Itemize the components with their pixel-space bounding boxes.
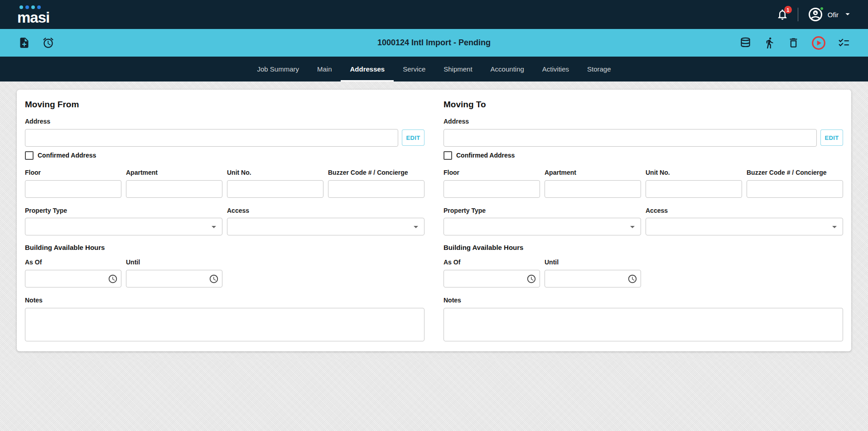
job-tabs: Job Summary Main Addresses Service Shipm… xyxy=(0,57,868,81)
moving-to-title: Moving To xyxy=(444,100,843,110)
property-type-label: Property Type xyxy=(444,207,641,215)
access-select-to[interactable] xyxy=(646,218,843,235)
avatar xyxy=(807,6,824,23)
confirmed-address-label: Confirmed Address xyxy=(456,152,515,159)
crew-walk-button[interactable] xyxy=(763,37,776,49)
tab-activities[interactable]: Activities xyxy=(533,57,578,81)
apartment-input-to[interactable] xyxy=(545,180,641,198)
buzzer-label: Buzzer Code # / Concierge xyxy=(328,169,424,177)
chevron-down-icon xyxy=(208,221,219,232)
as-of-label: As Of xyxy=(25,259,121,266)
moving-from-title: Moving From xyxy=(25,100,424,110)
address-input-from[interactable] xyxy=(25,129,398,147)
delete-job-button[interactable] xyxy=(787,37,800,49)
chevron-down-icon xyxy=(410,221,421,232)
chevron-down-icon xyxy=(829,221,840,232)
tab-accounting[interactable]: Accounting xyxy=(482,57,533,81)
user-name: Ofir xyxy=(828,11,839,19)
notification-badge: 1 xyxy=(784,6,792,14)
job-toolbar: 1000124 Intl Import - Pending xyxy=(0,29,868,57)
apartment-label: Apartment xyxy=(126,169,222,177)
add-note-button[interactable] xyxy=(18,37,30,49)
layers-stack-icon xyxy=(739,37,752,49)
trash-icon xyxy=(787,37,800,49)
tasks-button[interactable] xyxy=(838,37,850,49)
chevron-down-icon xyxy=(843,9,853,20)
property-type-label: Property Type xyxy=(25,207,222,215)
tab-addresses[interactable]: Addresses xyxy=(341,57,394,81)
until-label: Until xyxy=(126,259,222,266)
buzzer-label: Buzzer Code # / Concierge xyxy=(747,169,843,177)
notes-label: Notes xyxy=(444,297,843,304)
as-of-label: As Of xyxy=(444,259,540,266)
unit-no-label: Unit No. xyxy=(227,169,323,177)
edit-address-button-from[interactable]: EDIT xyxy=(402,129,424,146)
notes-input-to[interactable] xyxy=(444,308,843,341)
unit-no-input-to[interactable] xyxy=(646,180,742,198)
building-hours-label: Building Available Hours xyxy=(444,244,843,251)
tab-storage[interactable]: Storage xyxy=(578,57,620,81)
access-label: Access xyxy=(646,207,843,215)
confirmed-address-row-to[interactable]: Confirmed Address xyxy=(444,151,843,160)
access-select-from[interactable] xyxy=(227,218,424,235)
tab-service[interactable]: Service xyxy=(394,57,434,81)
notifications-button[interactable]: 1 xyxy=(776,8,789,21)
tab-job-summary[interactable]: Job Summary xyxy=(248,57,308,81)
masi-logo[interactable]: masi xyxy=(17,5,49,25)
apartment-label: Apartment xyxy=(545,169,641,177)
logo-text: masi xyxy=(17,9,49,26)
top-navigation-bar: masi 1 Ofir xyxy=(0,0,868,29)
user-menu[interactable]: Ofir xyxy=(807,6,853,23)
job-title: 1000124 Intl Import - Pending xyxy=(0,38,868,48)
floor-label: Floor xyxy=(25,169,121,177)
address-input-to[interactable] xyxy=(444,129,817,147)
start-job-button[interactable] xyxy=(811,36,826,50)
buzzer-input-to[interactable] xyxy=(747,180,843,198)
floor-input-to[interactable] xyxy=(444,180,540,198)
unit-no-label: Unit No. xyxy=(646,169,742,177)
property-type-select-to[interactable] xyxy=(444,218,641,235)
notes-input-from[interactable] xyxy=(25,308,424,341)
as-of-input-to[interactable] xyxy=(444,270,540,287)
chevron-down-icon xyxy=(627,221,638,232)
play-icon xyxy=(811,36,826,50)
confirmed-address-row-from[interactable]: Confirmed Address xyxy=(25,151,424,160)
address-label: Address xyxy=(444,118,843,125)
moving-from-panel: Moving From Address EDIT Confirmed Addre… xyxy=(25,100,424,343)
add-note-icon xyxy=(18,37,30,49)
topbar-divider xyxy=(798,8,798,21)
checkbox-unchecked-icon[interactable] xyxy=(444,151,452,160)
until-input-from[interactable] xyxy=(126,270,222,287)
edit-address-button-to[interactable]: EDIT xyxy=(820,129,843,146)
unit-no-input-from[interactable] xyxy=(227,180,323,198)
tab-main[interactable]: Main xyxy=(308,57,341,81)
access-label: Access xyxy=(227,207,424,215)
building-hours-label: Building Available Hours xyxy=(25,244,424,251)
notes-label: Notes xyxy=(25,297,424,304)
confirmed-address-label: Confirmed Address xyxy=(38,152,96,159)
moving-to-panel: Moving To Address EDIT Confirmed Address… xyxy=(444,100,843,343)
checklist-icon xyxy=(838,37,850,49)
walking-person-icon xyxy=(763,37,776,49)
tab-shipment[interactable]: Shipment xyxy=(434,57,481,81)
alarm-icon xyxy=(42,37,54,49)
checkbox-unchecked-icon[interactable] xyxy=(25,151,34,160)
addresses-card: Moving From Address EDIT Confirmed Addre… xyxy=(17,90,851,351)
floor-label: Floor xyxy=(444,169,540,177)
until-input-to[interactable] xyxy=(545,270,641,287)
floor-input-from[interactable] xyxy=(25,180,121,198)
storage-stack-button[interactable] xyxy=(739,37,752,49)
until-label: Until xyxy=(545,259,641,266)
reminder-button[interactable] xyxy=(42,37,54,49)
buzzer-input-from[interactable] xyxy=(328,180,424,198)
as-of-input-from[interactable] xyxy=(25,270,121,287)
property-type-select-from[interactable] xyxy=(25,218,222,235)
logo-dots xyxy=(19,5,41,9)
address-label: Address xyxy=(25,118,424,125)
online-status-dot xyxy=(820,6,824,11)
apartment-input-from[interactable] xyxy=(126,180,222,198)
